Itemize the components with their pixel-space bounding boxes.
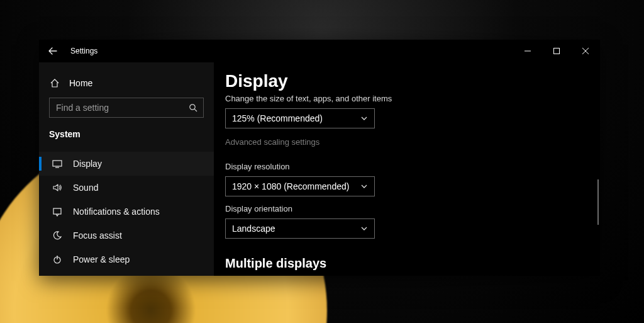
scrollbar-thumb[interactable] [597,179,599,225]
minimize-button[interactable] [513,40,542,62]
sidebar-item-power-sleep[interactable]: Power & sleep [39,247,214,271]
svg-rect-0 [554,48,560,54]
close-icon [582,48,589,54]
minimize-icon [525,48,531,54]
sidebar-item-focus-assist[interactable]: Focus assist [39,224,214,247]
resolution-dropdown[interactable]: 1920 × 1080 (Recommended) [225,176,375,196]
notifications-icon [52,206,63,217]
scale-dropdown-value: 125% (Recommended) [232,113,323,123]
focus-assist-icon [52,230,63,241]
sidebar-item-display[interactable]: Display [39,152,214,176]
sidebar-item-label: Sound [73,183,98,193]
multiple-displays-heading: Multiple displays [225,256,584,271]
sidebar-nav: Display Sound Notifications & actions [39,152,214,271]
back-button[interactable] [45,43,60,59]
settings-window: Settings Home [39,40,600,276]
sidebar-home[interactable]: Home [39,74,214,98]
chevron-down-icon [360,183,368,190]
sidebar-item-label: Focus assist [73,230,122,241]
sidebar-item-label: Display [73,159,102,169]
maximize-button[interactable] [542,40,571,62]
power-icon [52,254,63,265]
app-title: Settings [70,47,97,55]
orientation-dropdown-value: Landscape [232,224,275,234]
scale-dropdown[interactable]: 125% (Recommended) [225,108,375,128]
orientation-dropdown[interactable]: Landscape [225,218,375,239]
sidebar-item-label: Power & sleep [73,254,130,264]
chevron-down-icon [360,115,368,122]
home-icon [49,77,60,89]
page-title: Display [225,71,584,91]
resolution-label: Display resolution [225,162,584,171]
titlebar: Settings [39,40,600,62]
sidebar-category: System [39,127,214,147]
content-area: Display Change the size of text, apps, a… [214,62,600,276]
resolution-dropdown-value: 1920 × 1080 (Recommended) [232,181,349,191]
sidebar-item-label: Notifications & actions [73,207,160,217]
sidebar-item-notifications[interactable]: Notifications & actions [39,200,214,224]
sidebar-item-sound[interactable]: Sound [39,176,214,200]
chevron-down-icon [360,225,368,232]
svg-rect-2 [53,161,62,166]
sidebar: Home System Display [39,62,214,276]
maximize-icon [553,48,560,54]
sidebar-home-label: Home [69,78,92,88]
orientation-label: Display orientation [225,204,584,213]
scale-label: Change the size of text, apps, and other… [225,94,584,103]
sound-icon [52,182,63,193]
search-input[interactable] [49,98,204,118]
close-button[interactable] [571,40,600,62]
advanced-scaling-link[interactable]: Advanced scaling settings [225,137,319,147]
arrow-left-icon [48,46,58,56]
display-icon [52,158,63,169]
svg-rect-3 [53,208,61,214]
